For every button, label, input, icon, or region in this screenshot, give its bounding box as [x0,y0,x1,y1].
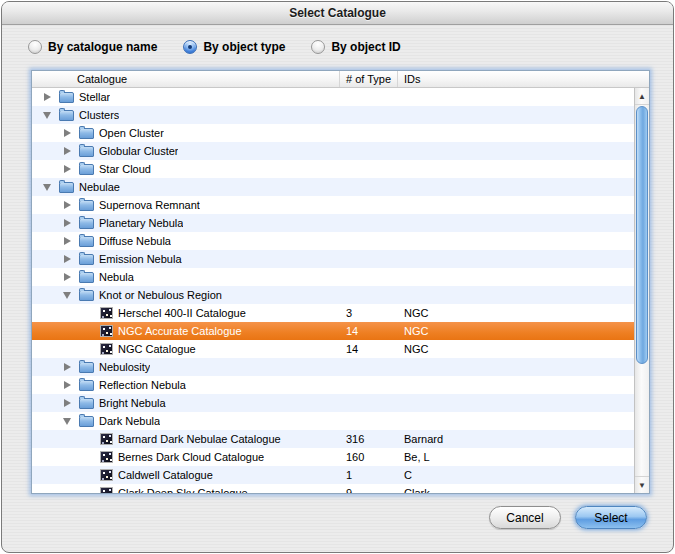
tree-row-catalogue[interactable]: Caldwell Catalogue1C [32,466,635,484]
disclosure-triangle-icon[interactable] [60,142,78,160]
tree-row-catalogue[interactable]: Clark Deep Sky Catalogue9Clark [32,484,635,493]
tree-row-folder[interactable]: Nebula [32,268,635,286]
type-count-cell [340,232,398,250]
disclosure-triangle-icon[interactable] [60,394,78,412]
folder-icon [59,110,74,121]
scrollbar-thumb[interactable] [636,106,648,364]
disclosure-spacer [80,430,98,448]
folder-icon [79,272,94,283]
disclosure-triangle-icon[interactable] [40,178,58,196]
tree-row-folder[interactable]: Nebulae [32,178,635,196]
tree-row-catalogue[interactable]: Herschel 400-II Catalogue3NGC [32,304,635,322]
tree-row-catalogue[interactable]: NGC Catalogue14NGC [32,340,635,358]
disclosure-triangle-icon[interactable] [40,88,58,106]
folder-icon [79,254,94,265]
radio-by-object-id[interactable]: By object ID [311,40,400,54]
column-header-catalogue[interactable]: Catalogue [32,71,340,87]
catalogue-tree: StellarClustersOpen ClusterGlobular Clus… [32,88,635,493]
ids-cell: NGC [398,304,635,322]
tree-row-folder[interactable]: Bright Nebula [32,394,635,412]
tree-row-catalogue[interactable]: NGC Accurate Catalogue14NGC [32,322,635,340]
type-count-cell [340,250,398,268]
catalogue-name-cell: Stellar [32,88,340,106]
disclosure-spacer [80,484,98,493]
scroll-up-icon[interactable]: ▲ [635,88,649,105]
tree-row-catalogue[interactable]: Bernes Dark Cloud Catalogue160Be, L [32,448,635,466]
disclosure-triangle-icon[interactable] [60,124,78,142]
row-label: Knot or Nebulous Region [99,289,222,301]
column-header-type-count[interactable]: # of Type [340,71,398,87]
catalogue-name-cell: Bernes Dark Cloud Catalogue [32,448,340,466]
tree-row-folder[interactable]: Dark Nebula [32,412,635,430]
ids-cell [398,412,635,430]
row-label: Bernes Dark Cloud Catalogue [118,451,264,463]
cancel-button[interactable]: Cancel [489,506,561,529]
ids-cell: NGC [398,340,635,358]
catalogue-name-cell: Supernova Remnant [32,196,340,214]
folder-icon [79,290,94,301]
column-header-ids[interactable]: IDs [398,71,649,87]
type-count-cell: 14 [340,340,398,358]
disclosure-triangle-icon[interactable] [60,268,78,286]
row-label: Reflection Nebula [99,379,186,391]
catalogue-name-cell: Clusters [32,106,340,124]
row-label: Nebula [99,271,134,283]
tree-row-folder[interactable]: Clusters [32,106,635,124]
vertical-scrollbar[interactable]: ▲ ▼ [634,88,649,493]
catalogue-name-cell: Dark Nebula [32,412,340,430]
catalogue-image-icon [100,325,113,337]
type-count-cell [340,376,398,394]
tree-row-folder[interactable]: Diffuse Nebula [32,232,635,250]
disclosure-spacer [80,322,98,340]
type-count-cell [340,160,398,178]
catalogue-name-cell: Nebulosity [32,358,340,376]
tree-row-folder[interactable]: Globular Cluster [32,142,635,160]
select-button[interactable]: Select [575,506,647,529]
disclosure-triangle-icon[interactable] [60,214,78,232]
ids-cell [398,178,635,196]
disclosure-triangle-icon[interactable] [60,286,78,304]
ids-cell [398,250,635,268]
tree-row-catalogue[interactable]: Barnard Dark Nebulae Catalogue316Barnard [32,430,635,448]
catalogue-name-cell: Clark Deep Sky Catalogue [32,484,340,493]
type-count-cell [340,394,398,412]
radio-button-icon [311,40,325,54]
disclosure-triangle-icon[interactable] [40,106,58,124]
tree-row-folder[interactable]: Knot or Nebulous Region [32,286,635,304]
tree-row-folder[interactable]: Star Cloud [32,160,635,178]
radio-by-catalogue-name[interactable]: By catalogue name [28,40,157,54]
disclosure-triangle-icon[interactable] [60,412,78,430]
tree-row-folder[interactable]: Supernova Remnant [32,196,635,214]
catalogue-name-cell: Reflection Nebula [32,376,340,394]
row-label: Dark Nebula [99,415,160,427]
disclosure-triangle-icon[interactable] [60,232,78,250]
scroll-down-icon[interactable]: ▼ [635,476,649,493]
radio-by-object-type[interactable]: By object type [183,40,285,54]
disclosure-triangle-icon[interactable] [60,376,78,394]
folder-icon [79,164,94,175]
tree-row-folder[interactable]: Reflection Nebula [32,376,635,394]
radio-button-icon [28,40,42,54]
catalogue-image-icon [100,307,113,319]
ids-cell [398,286,635,304]
ids-cell: Clark [398,484,635,493]
ids-cell [398,358,635,376]
tree-row-folder[interactable]: Open Cluster [32,124,635,142]
row-label: Globular Cluster [99,145,178,157]
type-count-cell: 9 [340,484,398,493]
catalogue-name-cell: NGC Accurate Catalogue [32,322,340,340]
select-catalogue-dialog: Select Catalogue By catalogue name By ob… [1,1,674,553]
tree-row-folder[interactable]: Emission Nebula [32,250,635,268]
type-count-cell [340,124,398,142]
catalogue-name-cell: Emission Nebula [32,250,340,268]
disclosure-spacer [80,466,98,484]
ids-cell [398,394,635,412]
disclosure-triangle-icon[interactable] [60,358,78,376]
tree-row-folder[interactable]: Nebulosity [32,358,635,376]
disclosure-triangle-icon[interactable] [60,250,78,268]
catalogue-name-cell: Globular Cluster [32,142,340,160]
disclosure-triangle-icon[interactable] [60,160,78,178]
tree-row-folder[interactable]: Stellar [32,88,635,106]
tree-row-folder[interactable]: Planetary Nebula [32,214,635,232]
disclosure-triangle-icon[interactable] [60,196,78,214]
